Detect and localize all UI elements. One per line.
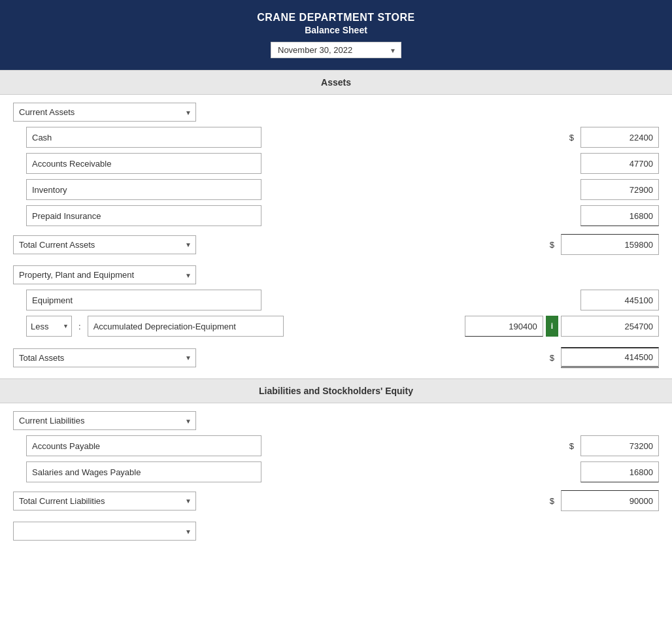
- date-select[interactable]: November 30, 2022: [271, 42, 401, 58]
- bottom-placeholder-dropdown-container[interactable]: [13, 522, 196, 541]
- cash-dollar: $: [567, 133, 577, 142]
- company-name: CRANE DEPARTMENT STORE: [7, 12, 665, 24]
- salaries-value-field[interactable]: [580, 461, 659, 482]
- date-select-wrapper: November 30, 2022: [7, 42, 665, 58]
- less-container[interactable]: Less: [26, 316, 72, 337]
- assets-section-header: Assets: [0, 70, 672, 95]
- tca-dollar: $: [547, 240, 557, 250]
- cash-value-field[interactable]: [580, 127, 659, 148]
- total-current-assets-area: $: [547, 234, 659, 255]
- cash-amount-area: $: [567, 127, 659, 148]
- total-assets-dropdown-container[interactable]: Total Assets: [13, 348, 196, 367]
- info-button[interactable]: i: [546, 316, 558, 337]
- ap-label-field[interactable]: [26, 435, 261, 456]
- total-assets-field[interactable]: [561, 347, 659, 368]
- accum-dep-area: i: [465, 316, 659, 337]
- inventory-value-field[interactable]: [580, 179, 659, 200]
- total-current-assets-dropdown-container[interactable]: Total Current Assets: [13, 235, 196, 254]
- current-assets-row: Current Assets: [0, 100, 672, 124]
- current-liabilities-row: Current Liabilities: [0, 409, 672, 433]
- less-dropdown[interactable]: Less: [26, 316, 72, 337]
- total-assets-row: Total Assets $: [0, 344, 672, 371]
- total-assets-area: $: [547, 347, 659, 368]
- ap-row: $: [0, 433, 672, 459]
- salaries-label-field[interactable]: [26, 461, 261, 482]
- total-current-liab-dropdown[interactable]: Total Current Liabilities: [13, 492, 196, 510]
- prepaid-amount-area: [580, 205, 659, 226]
- date-select-container[interactable]: November 30, 2022: [271, 42, 401, 58]
- current-assets-dropdown-container[interactable]: Current Assets: [13, 103, 196, 122]
- bottom-placeholder-row: [0, 519, 672, 543]
- report-type: Balance Sheet: [7, 25, 665, 35]
- current-assets-dropdown[interactable]: Current Assets: [13, 103, 196, 122]
- ppe-dropdown[interactable]: Property, Plant and Equipment: [13, 265, 196, 284]
- salaries-amount-area: [580, 461, 659, 482]
- total-current-assets-field[interactable]: [561, 234, 659, 255]
- current-liabilities-dropdown[interactable]: Current Liabilities: [13, 411, 196, 430]
- prepaid-value-field[interactable]: [580, 205, 659, 226]
- equipment-value-field[interactable]: [580, 290, 659, 310]
- equipment-row: [0, 287, 672, 313]
- inventory-amount-area: [580, 179, 659, 200]
- total-current-assets-row: Total Current Assets $: [0, 231, 672, 258]
- ar-amount-area: [580, 153, 659, 174]
- net-ppe-field[interactable]: [561, 316, 659, 337]
- equipment-label-field[interactable]: [26, 290, 261, 310]
- accum-dep-label-field[interactable]: [88, 316, 284, 337]
- colon-separator: :: [77, 322, 82, 331]
- bottom-placeholder-dropdown[interactable]: [13, 522, 196, 541]
- report-header: CRANE DEPARTMENT STORE Balance Sheet Nov…: [0, 0, 672, 70]
- prepaid-row: [0, 203, 672, 229]
- total-current-liab-dropdown-container[interactable]: Total Current Liabilities: [13, 492, 196, 510]
- ta-dollar: $: [547, 353, 557, 363]
- inventory-row: [0, 176, 672, 203]
- prepaid-label-field[interactable]: [26, 205, 261, 226]
- ar-label-field[interactable]: [26, 153, 261, 174]
- current-liabilities-dropdown-container[interactable]: Current Liabilities: [13, 411, 196, 430]
- accum-dep-value-field[interactable]: [465, 316, 543, 337]
- inventory-label-field[interactable]: [26, 179, 261, 200]
- ar-row: [0, 150, 672, 176]
- page-wrapper: CRANE DEPARTMENT STORE Balance Sheet Nov…: [0, 0, 672, 619]
- ppe-row: Property, Plant and Equipment: [0, 263, 672, 287]
- ap-value-field[interactable]: [580, 435, 659, 456]
- salaries-row: [0, 459, 672, 485]
- tcl-dollar: $: [547, 496, 557, 506]
- ap-dollar: $: [567, 441, 577, 451]
- total-current-liab-row: Total Current Liabilities $: [0, 488, 672, 514]
- cash-label-field[interactable]: [26, 127, 261, 148]
- ppe-dropdown-container[interactable]: Property, Plant and Equipment: [13, 265, 196, 284]
- ar-value-field[interactable]: [580, 153, 659, 174]
- total-current-assets-dropdown[interactable]: Total Current Assets: [13, 235, 196, 254]
- ap-amount-area: $: [567, 435, 659, 456]
- liabilities-section-header: Liabilities and Stockholders' Equity: [0, 378, 672, 403]
- total-current-liab-field[interactable]: [561, 490, 659, 511]
- total-current-liab-area: $: [547, 490, 659, 511]
- total-assets-dropdown[interactable]: Total Assets: [13, 348, 196, 367]
- accum-dep-row: Less : i: [0, 313, 672, 339]
- cash-row: $: [0, 124, 672, 150]
- equipment-amount-area: [580, 290, 659, 310]
